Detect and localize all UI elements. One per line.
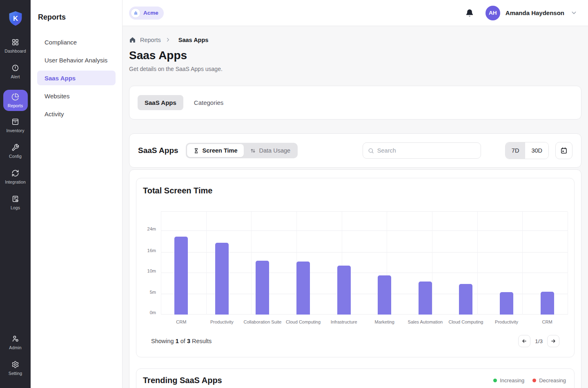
legend-increasing: Increasing [493,377,524,384]
main-area: Acme AH Amanda Haydenson Reports Saas Ap… [122,0,588,388]
sidebar-item-activity[interactable]: Activity [37,106,116,121]
sidebar-item-config[interactable]: Config [9,144,22,159]
toggle-data-usage[interactable]: Data Usage [244,144,297,157]
date-range-toggle: 7D 30D [505,142,549,159]
app-logo-icon[interactable]: K [8,11,23,27]
user-name: Amanda Haydenson [506,9,564,16]
calendar-icon [560,147,568,154]
trending-title: Trending SaaS Apps [143,376,222,385]
rail-label: Dashboard [4,49,26,53]
rail-label: Inventory [6,128,24,133]
bar-crm[interactable] [174,237,188,315]
bar-productivity[interactable] [500,292,513,315]
y-axis-tick-label: 10m [137,268,156,273]
breadcrumb-current: Saas Apps [178,37,209,43]
rail-label: Integration [5,180,26,184]
chevron-down-icon[interactable] [570,9,577,16]
inventory-icon [11,118,19,126]
bar-crm[interactable] [541,292,554,315]
bar-infrastructure[interactable] [337,266,351,315]
org-switcher[interactable]: Acme [129,7,164,20]
sidebar-item-saas-apps[interactable]: Saas Apps [37,71,116,85]
home-icon[interactable] [129,36,136,43]
tab-saas-apps[interactable]: SaaS Apps [138,95,183,110]
chevron-right-icon [165,37,171,43]
x-axis-tick-label: Cloud Computing [445,319,486,324]
breadcrumb-reports[interactable]: Reports [140,37,161,43]
avatar[interactable]: AH [486,6,500,20]
setting-icon [11,361,19,368]
sidebar-item-integration[interactable]: Integration [5,169,26,184]
results-summary: Showing 1 of 3 Results [151,338,212,344]
page-content: Reports Saas Apps Saas Apps Get details … [122,26,588,388]
toggle-label: Data Usage [259,147,291,154]
rail-label: Alert [11,74,20,79]
bar-cloud-computing[interactable] [296,262,310,315]
sidebar-item-logs[interactable]: Logs [11,195,20,210]
sidebar-item-alert[interactable]: Alert [11,64,20,79]
results-total: 3 [187,338,190,344]
sidebar-item-setting[interactable]: Setting [9,361,22,376]
bar-sales-automation[interactable] [419,282,432,315]
dashboard-icon [11,38,19,46]
sidebar-item-websites[interactable]: Websites [37,89,116,103]
sidebar-item-dashboard[interactable]: Dashboard [4,38,26,53]
chart-x-labels: CRMProductivityCollaboration SuiteCloud … [161,319,568,324]
bar-cell [283,212,324,315]
bar-cell [486,212,527,315]
page-indicator: 1/3 [535,338,543,344]
arrow-right-icon [550,338,556,344]
chart-footer: Showing 1 of 3 Results 1/3 [151,335,559,347]
page-title: Saas Apps [129,49,581,62]
bar-cell [161,212,202,315]
range-7d[interactable]: 7D [506,142,526,159]
total-screen-time-card: Total Screen Time 0m5m10m16m24m CRMProdu… [136,178,575,357]
arrow-left-icon [521,338,527,344]
x-axis-tick-label: CRM [161,319,202,324]
tab-categories[interactable]: Categories [194,99,224,106]
bar-marketing[interactable] [378,275,391,315]
bar-cloud-computing[interactable] [459,284,472,315]
increasing-dot-icon [493,379,497,382]
toggle-screen-time[interactable]: Screen Time [187,144,244,157]
calendar-button[interactable] [555,142,572,159]
x-axis-tick-label: Productivity [486,319,527,324]
org-name: Acme [143,10,158,16]
app-rail: K Dashboard Alert Reports Inventory Conf… [0,0,31,388]
saas-apps-panel-header: SaaS Apps Screen Time Data Usage [129,133,581,168]
y-axis-tick-label: 24m [137,226,156,231]
bar-cell [242,212,283,315]
bar-cell [445,212,486,315]
rail-label: Logs [11,205,20,210]
bar-cell [364,212,405,315]
alert-icon [11,64,19,72]
sidebar-item-inventory[interactable]: Inventory [6,118,24,133]
y-axis-tick-label: 5m [137,290,156,295]
search-input[interactable] [377,147,476,154]
hourglass-icon [193,148,199,154]
view-tabs-card: SaaS Apps Categories [129,86,581,120]
trending-saas-apps-card: Trending SaaS Apps Increasing Decreasing [136,368,575,388]
sidebar-item-compliance[interactable]: Compliance [37,35,116,49]
config-icon [11,144,19,151]
sidebar-title: Reports [38,13,116,22]
y-axis-tick-label: 16m [137,248,156,253]
bar-collaboration-suite[interactable] [256,261,269,315]
sidebar-nav: Compliance User Behavior Analysis Saas A… [37,35,116,121]
reports-container-card: Total Screen Time 0m5m10m16m24m CRMProdu… [129,169,581,388]
y-axis-tick-label: 0m [137,310,156,315]
reports-icon [11,93,19,101]
bar-productivity[interactable] [215,243,229,315]
notification-bell-icon[interactable] [465,9,474,18]
prev-page-button[interactable] [518,335,530,347]
breadcrumb: Reports Saas Apps [129,36,581,43]
next-page-button[interactable] [547,335,559,347]
pagination: 1/3 [518,335,559,347]
range-30d[interactable]: 30D [525,142,548,159]
topbar: Acme AH Amanda Haydenson [122,0,588,26]
search-box [363,142,481,159]
rail-label: Admin [9,345,21,350]
sidebar-item-admin[interactable]: Admin [9,335,21,350]
sidebar-item-reports[interactable]: Reports [3,90,28,111]
sidebar-item-user-behavior-analysis[interactable]: User Behavior Analysis [37,53,116,67]
